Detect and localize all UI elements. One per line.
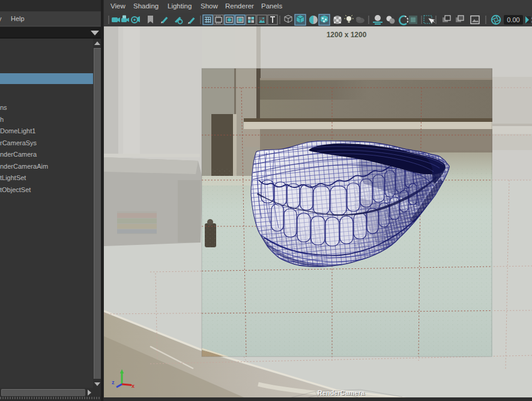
svg-text:1200 x 1200: 1200 x 1200 (327, 31, 367, 39)
svg-text:z: z (112, 379, 115, 385)
svg-text:0.00: 0.00 (507, 16, 519, 23)
svg-text:RenderCamera: RenderCamera (318, 389, 365, 396)
svg-text:x: x (131, 383, 135, 389)
